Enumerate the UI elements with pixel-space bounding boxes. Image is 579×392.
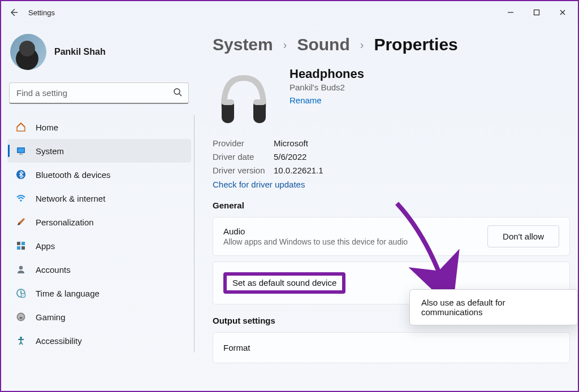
back-button[interactable] <box>3 2 24 23</box>
section-general: General <box>213 201 578 210</box>
default-device-dropdown-option[interactable]: Also use as default for communications <box>409 289 578 325</box>
wifi-icon <box>15 193 27 204</box>
svg-rect-22 <box>253 99 266 105</box>
sidebar-item-label: Bluetooth & devices <box>36 170 111 180</box>
search-wrap <box>9 82 189 104</box>
svg-rect-11 <box>17 246 20 250</box>
sidebar-item-time[interactable]: Time & language <box>7 281 191 305</box>
breadcrumb: System › Sound › Properties <box>213 35 578 54</box>
gaming-icon <box>15 311 27 323</box>
sidebar-item-bluetooth[interactable]: Bluetooth & devices <box>7 163 191 186</box>
sidebar-item-accounts[interactable]: Accounts <box>7 258 191 281</box>
svg-line-3 <box>179 94 182 96</box>
chevron-right-icon: › <box>283 38 287 51</box>
meta-provider-value: Microsoft <box>274 137 308 150</box>
search-input[interactable] <box>9 82 189 104</box>
card-format[interactable]: Format <box>213 332 570 363</box>
person-icon <box>15 264 27 275</box>
sidebar-item-gaming[interactable]: Gaming <box>7 305 191 329</box>
headphones-icon <box>213 67 275 129</box>
window-title: Settings <box>28 8 55 17</box>
annotation-highlight: Set as default sound device <box>223 272 345 294</box>
svg-rect-6 <box>19 154 23 155</box>
search-icon <box>173 88 182 99</box>
svg-rect-1 <box>534 10 539 15</box>
clock-globe-icon <box>15 288 27 299</box>
sidebar: Pankil Shah Home System Bluetooth & devi… <box>1 24 199 391</box>
meta-driver-version-value: 10.0.22621.1 <box>274 164 323 177</box>
home-icon <box>15 121 27 133</box>
profile-name: Pankil Shah <box>54 47 106 57</box>
sidebar-item-label: Home <box>36 123 58 132</box>
sidebar-item-label: Apps <box>36 241 55 251</box>
minimize-button[interactable] <box>498 3 524 21</box>
device-meta: ProviderMicrosoft Driver date5/6/2022 Dr… <box>213 137 578 189</box>
card-audio-subtitle: Allow apps and Windows to use this devic… <box>223 237 487 246</box>
svg-rect-12 <box>21 246 25 250</box>
sidebar-item-label: Personalization <box>36 217 94 227</box>
svg-rect-10 <box>21 242 25 245</box>
device-subtitle: Pankil's Buds2 <box>290 82 364 92</box>
chevron-right-icon: › <box>360 38 364 51</box>
svg-rect-9 <box>17 242 20 245</box>
sidebar-item-home[interactable]: Home <box>7 115 191 139</box>
svg-point-18 <box>20 337 22 339</box>
meta-provider-label: Provider <box>213 137 274 150</box>
svg-point-15 <box>21 293 25 298</box>
main-content: System › Sound › Properties Headphones P… <box>199 24 578 391</box>
svg-point-13 <box>19 266 23 269</box>
sidebar-scroll-indicator <box>194 115 195 352</box>
profile[interactable]: Pankil Shah <box>7 28 191 80</box>
apps-icon <box>15 240 27 251</box>
sidebar-item-label: Network & internet <box>36 194 105 203</box>
svg-point-8 <box>20 199 21 201</box>
dont-allow-button[interactable]: Don't allow <box>487 225 559 247</box>
card-audio: Audio Allow apps and Windows to use this… <box>213 217 570 256</box>
meta-driver-version-label: Driver version <box>213 164 274 177</box>
device-header: Headphones Pankil's Buds2 Rename <box>213 67 578 129</box>
window-controls <box>498 3 576 21</box>
meta-driver-date-value: 5/6/2022 <box>274 150 306 164</box>
check-driver-updates-link[interactable]: Check for driver updates <box>213 180 305 189</box>
rename-link[interactable]: Rename <box>290 95 322 105</box>
bluetooth-icon <box>15 169 27 180</box>
sidebar-item-label: Time & language <box>36 289 100 298</box>
accessibility-icon <box>15 335 27 346</box>
card-format-title: Format <box>223 343 250 352</box>
breadcrumb-current: Properties <box>374 35 457 54</box>
paint-icon <box>15 216 27 228</box>
sidebar-nav: Home System Bluetooth & devices Network … <box>7 115 191 352</box>
titlebar: Settings <box>1 1 578 24</box>
close-button[interactable] <box>550 3 576 21</box>
sidebar-item-system[interactable]: System <box>7 139 191 163</box>
svg-rect-21 <box>222 99 234 105</box>
device-title: Headphones <box>290 67 364 81</box>
sidebar-item-label: Gaming <box>36 312 66 322</box>
sidebar-item-apps[interactable]: Apps <box>7 234 191 258</box>
dropdown-option-label: Also use as default for communications <box>421 298 505 317</box>
svg-point-2 <box>174 89 180 94</box>
card-default-title: Set as default sound device <box>232 278 336 288</box>
breadcrumb-system[interactable]: System <box>213 35 273 54</box>
sidebar-item-label: Accessibility <box>36 336 82 346</box>
meta-driver-date-label: Driver date <box>213 150 274 164</box>
sidebar-item-personalization[interactable]: Personalization <box>7 210 191 234</box>
avatar <box>10 34 46 70</box>
sidebar-item-accessibility[interactable]: Accessibility <box>7 329 191 352</box>
sidebar-item-label: System <box>36 146 64 156</box>
breadcrumb-sound[interactable]: Sound <box>297 35 349 54</box>
system-icon <box>15 145 27 156</box>
card-audio-title: Audio <box>223 227 487 236</box>
sidebar-item-label: Accounts <box>36 265 71 275</box>
sidebar-item-network[interactable]: Network & internet <box>7 186 191 210</box>
maximize-button[interactable] <box>524 3 550 21</box>
svg-rect-5 <box>18 149 24 153</box>
arrow-left-icon <box>9 8 18 17</box>
